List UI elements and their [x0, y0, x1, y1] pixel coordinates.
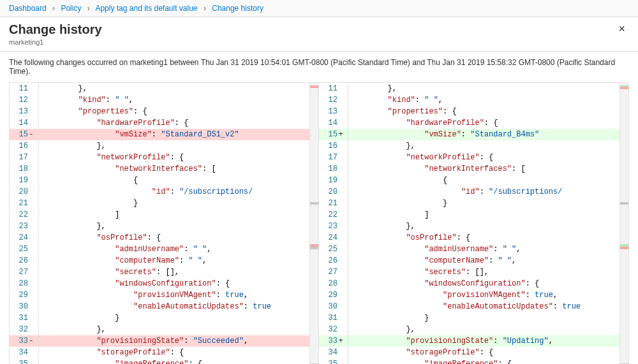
line-number: 31 [10, 312, 39, 324]
code-content: "secrets": [], [348, 266, 619, 278]
code-line[interactable]: 24 "osProfile": { [319, 232, 619, 244]
code-content: "adminUsername": " ", [39, 244, 309, 255]
code-content: ] [39, 209, 309, 221]
chevron-right-icon: › [200, 4, 210, 13]
line-number: 27 [10, 266, 39, 278]
breadcrumb-item[interactable]: Apply tag and its default value [95, 4, 197, 13]
code-line[interactable]: 23 }, [10, 221, 309, 232]
breadcrumb-item[interactable]: Dashboard [9, 4, 47, 13]
code-line[interactable]: 30 "enableAutomaticUpdates": true [10, 301, 309, 312]
line-number: 34 [10, 347, 39, 358]
code-content: "kind": " ", [39, 94, 309, 106]
chevron-right-icon: › [84, 4, 94, 13]
code-line[interactable]: 21 } [10, 198, 309, 209]
code-line[interactable]: 29 "provisionVMAgent": true, [319, 289, 619, 301]
code-line[interactable]: 26 "computerName": " ", [319, 255, 619, 266]
code-content: "secrets": [], [39, 266, 309, 278]
diff-pane-right[interactable]: 11 },12 "kind": " ",13 "properties": {14… [319, 82, 629, 364]
code-line[interactable]: 25 "adminUsername": " ", [10, 244, 309, 255]
code-line[interactable]: 31 } [319, 312, 619, 324]
line-number: 18 [10, 163, 39, 175]
code-line[interactable]: 27 "secrets": [], [10, 266, 309, 278]
close-button[interactable]: × [614, 22, 629, 36]
blade-header: Change history marketing1 × [0, 17, 638, 48]
code-line[interactable]: 32 }, [10, 324, 309, 335]
code-line[interactable]: 22 ] [10, 209, 309, 221]
code-line[interactable]: 18 "networkInterfaces": [ [10, 163, 309, 175]
code-line[interactable]: 22 ] [319, 209, 619, 221]
line-number: 29 [10, 289, 39, 301]
line-number: 28 [10, 278, 39, 289]
code-content: "imageReference": { [39, 358, 309, 364]
diff-pane-left[interactable]: 11 },12 "kind": " ",13 "properties": {14… [9, 82, 319, 364]
code-line[interactable]: 30 "enableAutomaticUpdates": true [319, 301, 619, 312]
code-content: }, [348, 140, 619, 152]
line-number: 12 [10, 94, 39, 106]
breadcrumb: Dashboard › Policy › Apply tag and its d… [0, 0, 638, 17]
code-line[interactable]: 27 "secrets": [], [319, 266, 619, 278]
code-line[interactable]: 12 "kind": " ", [10, 94, 309, 106]
code-line[interactable]: 13 "properties": { [319, 106, 619, 117]
code-line[interactable]: 14 "hardwareProfile": { [319, 117, 619, 129]
code-line[interactable]: 26 "computerName": " ", [10, 255, 309, 266]
code-line[interactable]: 19 { [319, 175, 619, 186]
code-content: "networkInterfaces": [ [39, 163, 309, 175]
code-line[interactable]: 21 } [319, 198, 619, 209]
code-line[interactable]: 33+ "provisioningState": "Updating", [319, 335, 619, 347]
code-line[interactable]: 20 "id": "/subscriptions/ [10, 186, 309, 198]
code-content: "id": "/subscriptions/ [39, 186, 309, 198]
code-line[interactable]: 14 "hardwareProfile": { [10, 117, 309, 129]
code-line[interactable]: 24 "osProfile": { [10, 232, 309, 244]
code-content: }, [39, 140, 309, 152]
code-line[interactable]: 23 }, [319, 221, 619, 232]
code-line[interactable]: 12 "kind": " ", [319, 94, 619, 106]
breadcrumb-item[interactable]: Policy [61, 4, 81, 13]
page-title: Change history [9, 22, 102, 37]
chevron-right-icon: › [48, 4, 59, 13]
code-content: "hardwareProfile": { [39, 117, 309, 129]
line-number: 25 [319, 244, 348, 255]
line-number: 24 [319, 232, 348, 244]
minimap[interactable] [309, 83, 318, 364]
line-number: 17 [319, 152, 348, 163]
code-line[interactable]: 11 }, [10, 83, 309, 94]
code-content: "imageReference": { [348, 358, 619, 364]
line-number: 34 [319, 347, 348, 358]
line-number: 13 [10, 106, 39, 117]
line-number: 32 [319, 324, 348, 335]
code-line[interactable]: 13 "properties": { [10, 106, 309, 117]
code-line[interactable]: 32 }, [319, 324, 619, 335]
diff-viewer: 11 },12 "kind": " ",13 "properties": {14… [0, 82, 638, 364]
code-line[interactable]: 28 "windowsConfiguration": { [319, 278, 619, 289]
change-summary-text: The following changes occurred on market… [0, 52, 638, 82]
code-line[interactable]: 17 "networkProfile": { [319, 152, 619, 163]
line-number: 20 [10, 186, 39, 198]
code-line[interactable]: 15- "vmSize": "Standard_DS1_v2" [10, 129, 309, 140]
code-content: }, [348, 324, 619, 335]
code-line[interactable]: 34 "storageProfile": { [319, 347, 619, 358]
code-line[interactable]: 33- "provisioningState": "Succeeded", [10, 335, 309, 347]
minimap[interactable] [619, 83, 628, 364]
code-line[interactable]: 16 }, [10, 140, 309, 152]
line-number: 20 [319, 186, 348, 198]
code-line[interactable]: 19 { [10, 175, 309, 186]
code-line[interactable]: 35 "imageReference": { [10, 358, 309, 364]
code-line[interactable]: 18 "networkInterfaces": [ [319, 163, 619, 175]
breadcrumb-item[interactable]: Change history [212, 4, 263, 13]
line-number: 30 [319, 301, 348, 312]
code-line[interactable]: 17 "networkProfile": { [10, 152, 309, 163]
code-line[interactable]: 25 "adminUsername": " ", [319, 244, 619, 255]
code-line[interactable]: 31 } [10, 312, 309, 324]
code-line[interactable]: 28 "windowsConfiguration": { [10, 278, 309, 289]
line-number: 21 [10, 198, 39, 209]
code-line[interactable]: 29 "provisionVMAgent": true, [10, 289, 309, 301]
code-content: "enableAutomaticUpdates": true [39, 301, 309, 312]
code-line[interactable]: 15+ "vmSize": "Standard_B4ms" [319, 129, 619, 140]
code-line[interactable]: 35 "imageReference": { [319, 358, 619, 364]
code-line[interactable]: 16 }, [319, 140, 619, 152]
line-number: 22 [10, 209, 39, 221]
code-line[interactable]: 20 "id": "/subscriptions/ [319, 186, 619, 198]
code-line[interactable]: 34 "storageProfile": { [10, 347, 309, 358]
line-number: 16 [10, 140, 39, 152]
code-line[interactable]: 11 }, [319, 83, 619, 94]
